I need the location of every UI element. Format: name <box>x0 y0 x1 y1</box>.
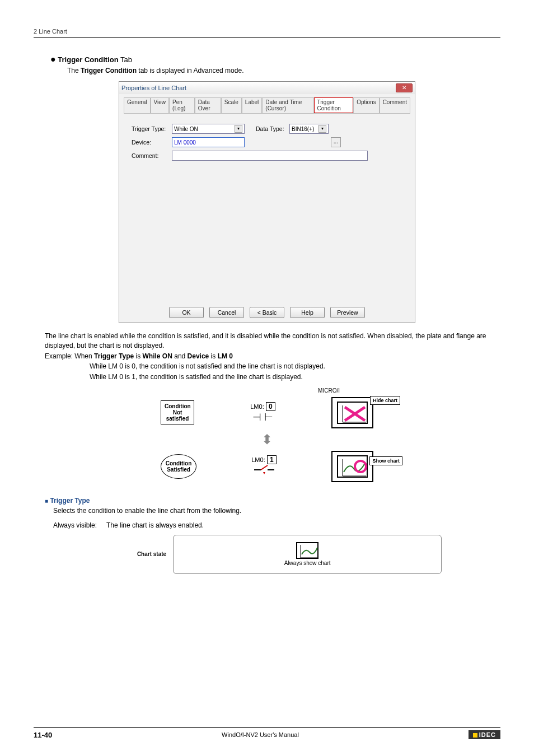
chart-state-caption: Always show chart <box>284 560 331 566</box>
help-button[interactable]: Help <box>290 307 325 318</box>
lm0-label: LM0: <box>250 403 264 410</box>
tab-comment[interactable]: Comment <box>380 97 410 113</box>
section-desc: The Trigger Condition tab is displayed i… <box>67 67 500 74</box>
mini-chart-icon <box>296 542 318 559</box>
manual-title: WindO/I-NV2 User's Manual <box>222 731 299 738</box>
state-diagram: MICRO/I Condition Not satisfied LM0: 0 ⊣… <box>161 388 373 486</box>
svg-line-6 <box>261 465 268 470</box>
input-device[interactable]: LM 0000 <box>172 137 245 147</box>
lm0-val-1: 1 <box>267 455 277 464</box>
section-heading: ● Trigger Condition Tab <box>50 54 500 64</box>
tab-label[interactable]: Label <box>242 97 262 113</box>
dialog-tabs: General View Pen (Log) Data Over Scale L… <box>119 94 415 113</box>
cancel-button[interactable]: Cancel <box>209 307 244 318</box>
condition-sat-box: Condition Satisfied <box>161 454 196 479</box>
always-visible-def: Always visible: The line chart is always… <box>53 521 500 529</box>
micro-panel-show: Show chart <box>331 451 373 482</box>
show-chart-callout: Show chart <box>369 456 402 465</box>
page-footer: 11-40 WindO/I-NV2 User's Manual IDEC <box>34 730 500 739</box>
basic-button[interactable]: < Basic <box>250 307 284 318</box>
switch-closed-icon <box>251 464 277 477</box>
preview-button[interactable]: Preview <box>330 307 365 318</box>
chevron-down-icon: ▾ <box>318 125 326 133</box>
hidden-chart-icon <box>338 403 369 425</box>
hide-chart-callout: Hide chart <box>370 396 400 405</box>
chart-state-diagram: Chart state Always show chart <box>78 535 500 574</box>
shown-chart-icon <box>338 456 369 479</box>
tab-data-over[interactable]: Data Over <box>195 97 221 113</box>
page-number: 11-40 <box>34 731 52 739</box>
svg-point-10 <box>355 461 366 472</box>
chart-state-label: Chart state <box>137 551 166 557</box>
label-trigger-type: Trigger Type: <box>132 125 172 132</box>
trigger-type-desc: Selects the condition to enable the line… <box>53 507 500 515</box>
tab-general[interactable]: General <box>124 97 151 113</box>
tab-trigger-condition[interactable]: Trigger Condition <box>314 97 354 113</box>
header-title: 2 Line Chart <box>34 28 500 35</box>
trigger-type-heading: ■ Trigger Type <box>45 497 500 505</box>
input-comment[interactable] <box>172 151 368 161</box>
properties-dialog: Properties of Line Chart ✕ General View … <box>119 81 415 323</box>
example-sub1: While LM 0 is 0, the condition is not sa… <box>90 362 489 371</box>
tab-scale[interactable]: Scale <box>221 97 242 113</box>
idec-logo: IDEC <box>469 730 500 739</box>
footer-rule <box>34 727 500 728</box>
dialog-title: Properties of Line Chart <box>121 85 186 91</box>
example-sub2: While LM 0 is 1, the condition is satisf… <box>90 372 489 382</box>
dialog-footer: OK Cancel < Basic Help Preview <box>119 302 415 323</box>
lm0-val-0: 0 <box>266 402 275 411</box>
select-data-type[interactable]: BIN16(+)▾ <box>289 124 329 134</box>
dialog-body: Trigger Type: While ON▾ Data Type: BIN16… <box>124 113 410 298</box>
select-trigger-type[interactable]: While ON▾ <box>172 124 245 134</box>
body-paragraph: The line chart is enabled while the cond… <box>45 332 489 351</box>
svg-marker-7 <box>263 472 265 474</box>
tab-view[interactable]: View <box>151 97 170 113</box>
label-data-type: Data Type: <box>256 125 289 132</box>
header-rule <box>34 37 500 38</box>
close-button[interactable]: ✕ <box>396 83 413 92</box>
browse-button[interactable]: ... <box>331 137 341 147</box>
ok-button[interactable]: OK <box>169 307 204 318</box>
chevron-down-icon: ▾ <box>235 125 242 133</box>
example-line: Example: When Trigger Type is While ON a… <box>45 352 489 361</box>
condition-not-box: Condition Not satisfied <box>161 400 194 424</box>
tab-date-time[interactable]: Date and Time (Cursor) <box>262 97 313 113</box>
tab-pen-log[interactable]: Pen (Log) <box>169 97 195 113</box>
label-device: Device: <box>132 139 172 146</box>
lm0-label: LM0: <box>251 456 265 463</box>
dialog-titlebar: Properties of Line Chart ✕ <box>119 82 415 94</box>
tab-options[interactable]: Options <box>353 97 379 113</box>
micro-panel-hide: Hide chart <box>331 397 373 428</box>
updown-arrow-icon: ⬍ <box>161 432 373 447</box>
label-comment: Comment: <box>132 152 172 159</box>
switch-open-icon: ⊣ ⊢ <box>250 411 275 423</box>
micro-label: MICRO/I <box>161 388 340 394</box>
